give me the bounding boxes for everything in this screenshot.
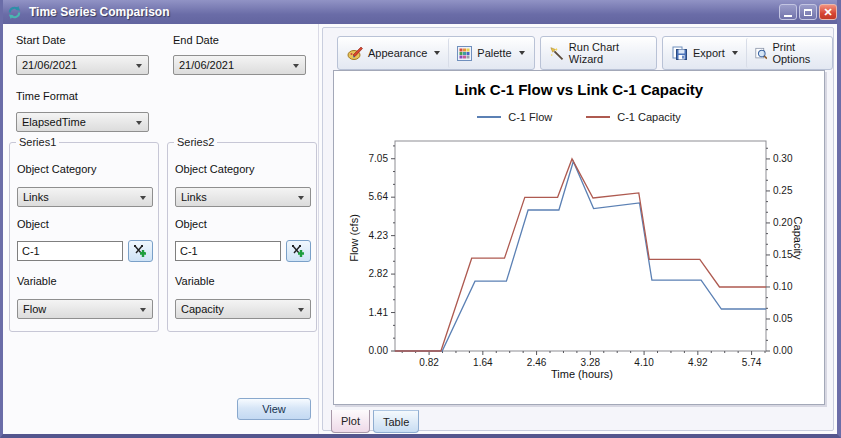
chevron-down-icon	[298, 196, 304, 200]
series2-object-category-value: Links	[181, 191, 207, 203]
toolbar-group-wizard: Run Chart Wizard	[540, 36, 657, 70]
series2-object-picker-button[interactable]	[286, 240, 311, 262]
y-right-tick-label: 0.30	[773, 153, 793, 164]
series1-object-category-combobox[interactable]: Links	[17, 187, 153, 207]
chevron-down-icon	[519, 51, 525, 55]
run-chart-wizard-button[interactable]: Run Chart Wizard	[542, 38, 655, 68]
print-options-button[interactable]: Print Options	[746, 38, 831, 68]
x-tick-label: 0.82	[419, 357, 439, 368]
chevron-down-icon	[140, 308, 146, 312]
chevron-down-icon	[434, 51, 440, 55]
maximize-button[interactable]	[799, 4, 817, 20]
end-date-combobox[interactable]: 21/06/2021	[173, 55, 306, 75]
x-tick-label: 4.92	[688, 357, 708, 368]
y-right-tick-label: 0.05	[773, 313, 793, 324]
y-left-tick-label: 5.64	[369, 191, 389, 202]
x-tick-label: 1.64	[473, 357, 493, 368]
print-options-icon	[755, 46, 768, 61]
close-icon: ✕	[823, 7, 832, 18]
start-date-label: Start Date	[16, 34, 66, 46]
series2-object-input[interactable]	[175, 241, 281, 261]
appearance-button[interactable]: Appearance	[339, 38, 448, 68]
y-right-tick-label: 0.15	[773, 249, 793, 260]
palette-label: Palette	[477, 47, 511, 59]
titlebar: Time Series Comparison ✕	[0, 0, 841, 24]
minimize-button[interactable]	[779, 4, 797, 20]
settings-panel: Start Date 21/06/2021 End Date 21/06/202…	[3, 24, 319, 434]
palette-button[interactable]: Palette	[448, 38, 532, 68]
end-date-value: 21/06/2021	[179, 59, 234, 71]
series1-object-picker-button[interactable]	[128, 240, 153, 262]
y-axis-left-title: Flow (cfs)	[348, 198, 360, 278]
series1-object-category-label: Object Category	[17, 163, 96, 175]
series2-object-label: Object	[175, 218, 207, 230]
time-format-combobox[interactable]: ElapsedTime	[16, 112, 149, 132]
export-icon	[672, 46, 688, 61]
content-area: Start Date 21/06/2021 End Date 21/06/202…	[3, 24, 837, 434]
tab-table[interactable]: Table	[373, 410, 419, 433]
chart-panel: Appearance Palette	[322, 27, 834, 431]
y-right-tick-label: 0.20	[773, 217, 793, 228]
export-label: Export	[693, 47, 725, 59]
chevron-down-icon	[732, 51, 738, 55]
y-left-tick-label: 4.23	[369, 230, 389, 241]
y-right-tick-label: 0.10	[773, 281, 793, 292]
chart-area: Link C-1 Flow vs Link C-1 Capacity C-1 F…	[333, 70, 825, 405]
series2-groupbox: Series2 Object Category Links Object Var…	[167, 142, 317, 332]
appearance-label: Appearance	[368, 47, 427, 59]
select-object-icon	[133, 244, 148, 258]
run-chart-wizard-label: Run Chart Wizard	[569, 41, 647, 65]
x-tick-label: 4.10	[634, 357, 654, 368]
series2-object-category-combobox[interactable]: Links	[175, 187, 311, 207]
chevron-down-icon	[140, 196, 146, 200]
y-left-tick-label: 0.00	[369, 345, 389, 356]
x-tick-label: 3.28	[581, 357, 601, 368]
print-options-label: Print Options	[772, 41, 823, 65]
toolbar-group-style: Appearance Palette	[337, 36, 535, 70]
series1-object-input[interactable]	[17, 241, 123, 261]
y-left-tick-label: 1.41	[369, 307, 389, 318]
series1-variable-label: Variable	[17, 275, 57, 287]
time-format-value: ElapsedTime	[22, 116, 86, 128]
series1-variable-value: Flow	[23, 303, 46, 315]
start-date-combobox[interactable]: 21/06/2021	[16, 55, 149, 75]
series1-object-category-value: Links	[23, 191, 49, 203]
series2-group-title: Series2	[174, 136, 217, 148]
wizard-icon	[550, 46, 564, 61]
series2-object-category-label: Object Category	[175, 163, 254, 175]
chevron-down-icon	[136, 121, 142, 125]
minimize-icon	[784, 15, 792, 17]
series2-variable-combobox[interactable]: Capacity	[175, 299, 311, 319]
chart-toolbar: Appearance Palette	[337, 36, 833, 70]
chart-plot: 0.821.642.463.284.104.925.740.001.412.82…	[334, 71, 824, 404]
end-date-label: End Date	[173, 34, 219, 46]
appearance-icon	[347, 46, 363, 61]
toolbar-group-output: Export Print Options	[662, 36, 833, 70]
select-object-icon	[291, 244, 306, 258]
maximize-icon	[804, 9, 812, 16]
y-right-tick-label: 0.00	[773, 345, 793, 356]
x-axis-title: Time (hours)	[512, 368, 652, 380]
close-button[interactable]: ✕	[819, 4, 837, 20]
series2-variable-value: Capacity	[181, 303, 224, 315]
y-right-tick-label: 0.25	[773, 185, 793, 196]
series1-groupbox: Series1 Object Category Links Object	[9, 142, 159, 332]
series2-variable-label: Variable	[175, 275, 215, 287]
tab-plot[interactable]: Plot	[331, 410, 370, 433]
y-axis-right-title: Capacity	[792, 198, 804, 278]
time-series-comparison-window: Time Series Comparison ✕ Start Date 21/0…	[0, 0, 841, 438]
view-button[interactable]: View	[237, 398, 311, 420]
start-date-value: 21/06/2021	[22, 59, 77, 71]
series1-object-label: Object	[17, 218, 49, 230]
y-left-tick-label: 2.82	[369, 268, 389, 279]
view-tabs: Plot Table	[331, 410, 419, 433]
series-line-c-1-capacity	[395, 159, 766, 351]
y-left-tick-label: 7.05	[369, 153, 389, 164]
plot-border	[395, 141, 766, 351]
palette-icon	[457, 46, 472, 61]
x-tick-label: 2.46	[527, 357, 547, 368]
x-tick-label: 5.74	[742, 357, 762, 368]
series1-variable-combobox[interactable]: Flow	[17, 299, 153, 319]
app-icon	[7, 5, 22, 20]
export-button[interactable]: Export	[664, 38, 746, 68]
